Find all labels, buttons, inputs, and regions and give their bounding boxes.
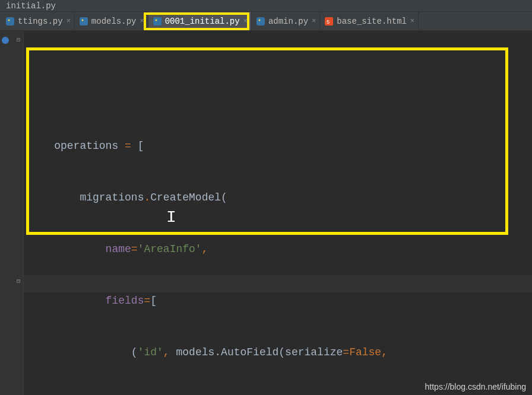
svg-point-7	[258, 19, 260, 21]
svg-point-5	[155, 19, 157, 21]
svg-point-3	[81, 19, 83, 21]
run-icon[interactable]	[1, 36, 10, 44]
code-line: ('id', models.AutoField(serialize=False,	[28, 344, 532, 361]
python-icon	[153, 17, 162, 26]
tab-label: admin.py	[268, 17, 308, 26]
tab-models[interactable]: models.py ×	[75, 12, 148, 30]
tab-label: models.py	[91, 17, 137, 26]
mouse-cursor-icon: I	[166, 209, 176, 226]
close-icon[interactable]: ×	[312, 17, 316, 26]
code-line: fields=[	[28, 292, 532, 310]
breadcrumb-file: initial.py	[6, 1, 56, 11]
gutter: ⊟ ⊟	[0, 31, 24, 395]
close-icon[interactable]: ×	[66, 17, 71, 26]
tab-admin[interactable]: admin.py ×	[252, 12, 320, 30]
svg-rect-2	[80, 17, 88, 26]
tab-initial[interactable]: 0001_initial.py ×	[148, 12, 252, 30]
python-icon	[80, 17, 88, 26]
editor[interactable]: ⊟ ⊟ operations = [ migrations.CreateMode…	[0, 31, 532, 395]
close-icon[interactable]: ×	[140, 17, 144, 26]
svg-point-1	[8, 19, 10, 21]
code-line: migrations.CreateModel(	[28, 189, 532, 206]
python-icon	[256, 17, 265, 26]
html-icon: 5	[325, 17, 333, 26]
svg-rect-4	[153, 17, 162, 26]
tab-label: 0001_initial.py	[165, 17, 240, 26]
code-line: name='AreaInfo',	[28, 241, 532, 258]
caret-line	[24, 275, 532, 292]
tab-label: ttings.py	[18, 17, 63, 26]
close-icon[interactable]: ×	[410, 17, 414, 26]
tab-label: base_site.html	[337, 17, 407, 26]
breadcrumb: initial.py	[0, 0, 532, 12]
code-line: operations = [	[28, 138, 532, 155]
tab-settings[interactable]: ttings.py ×	[1, 12, 75, 30]
svg-text:5: 5	[327, 19, 330, 25]
python-icon	[6, 17, 14, 26]
svg-rect-0	[6, 17, 14, 26]
svg-rect-6	[256, 17, 265, 26]
tab-basesite[interactable]: 5 base_site.html ×	[320, 12, 419, 30]
tab-bar: ttings.py × models.py × 0001_initial.py …	[0, 12, 532, 31]
close-icon[interactable]: ×	[243, 17, 248, 26]
fold-icon[interactable]: ⊟	[15, 278, 22, 285]
watermark: https://blog.csdn.net/ifubing	[425, 382, 526, 391]
fold-icon[interactable]: ⊟	[15, 37, 22, 44]
svg-point-10	[2, 37, 9, 44]
code-area[interactable]: operations = [ migrations.CreateModel( n…	[24, 31, 532, 395]
